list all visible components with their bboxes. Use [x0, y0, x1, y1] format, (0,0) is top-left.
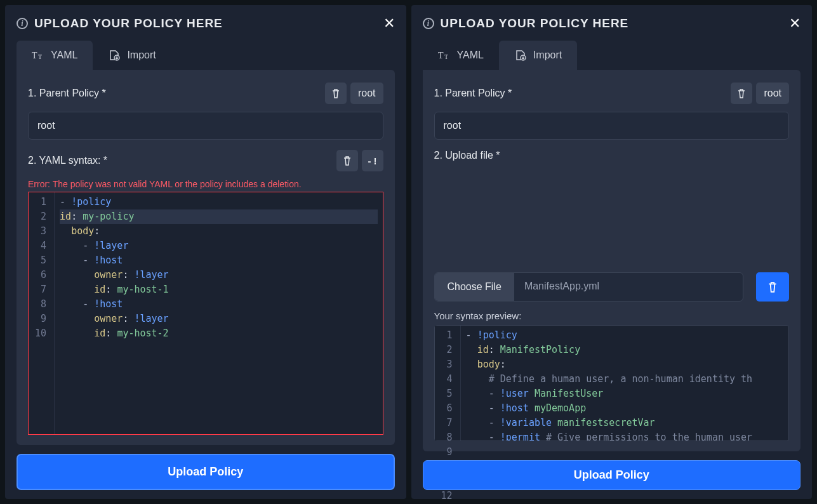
parent-policy-label: 1. Parent Policy * — [28, 88, 321, 99]
upload-file-row: Choose File ManifestApp.yml — [434, 272, 790, 302]
tab-content: 1. Parent Policy * root 2. YAML syntax: … — [17, 70, 395, 445]
svg-text:T: T — [444, 53, 448, 60]
root-button[interactable]: root — [350, 83, 383, 104]
svg-text:T: T — [38, 53, 42, 60]
code-area[interactable]: - !policyid: my-policy body: - !layer - … — [55, 192, 382, 434]
tab-label: YAML — [457, 50, 484, 61]
tab-yaml[interactable]: TT YAML — [17, 41, 93, 70]
trash-icon — [343, 156, 352, 166]
parent-policy-input[interactable] — [434, 112, 790, 140]
syntax-warning-button[interactable]: - ! — [362, 150, 383, 171]
info-icon[interactable]: i — [423, 18, 434, 29]
code-area[interactable]: - !policy id: ManifestPolicy body: # Def… — [461, 326, 788, 441]
parent-policy-row: 1. Parent Policy * root — [434, 83, 790, 104]
line-gutter: 123456789101112 — [435, 326, 461, 441]
dialog-title: UPLOAD YOUR POLICY HERE — [34, 17, 377, 30]
close-icon[interactable]: ✕ — [383, 17, 395, 30]
syntax-preview[interactable]: 123456789101112 - !policy id: ManifestPo… — [434, 325, 790, 441]
trash-icon — [331, 89, 340, 98]
tab-yaml[interactable]: TT YAML — [423, 41, 499, 70]
chosen-file-name: ManifestApp.yml — [514, 273, 743, 301]
upload-policy-button[interactable]: Upload Policy — [17, 454, 395, 490]
root-button[interactable]: root — [756, 83, 789, 104]
tab-label: Import — [127, 50, 156, 61]
tab-label: YAML — [51, 50, 77, 61]
upload-file-label: 2. Upload file * — [434, 150, 790, 265]
choose-file-button[interactable]: Choose File — [435, 273, 514, 301]
file-chooser: Choose File ManifestApp.yml — [434, 272, 744, 302]
header: i UPLOAD YOUR POLICY HERE ✕ — [423, 17, 801, 30]
error-message: Error: The policy was not valid YAML or … — [28, 179, 383, 189]
import-icon — [514, 50, 527, 61]
tab-content: 1. Parent Policy * root 2. Upload file *… — [423, 70, 801, 451]
upload-policy-button[interactable]: Upload Policy — [423, 460, 801, 490]
clear-editor-button[interactable] — [336, 150, 358, 171]
parent-policy-label: 1. Parent Policy * — [434, 88, 727, 99]
line-gutter: 12345678910 — [29, 192, 55, 434]
info-icon[interactable]: i — [17, 18, 28, 29]
parent-policy-row: 1. Parent Policy * root — [28, 83, 383, 104]
warning-icon: - ! — [368, 156, 376, 166]
close-icon[interactable]: ✕ — [789, 17, 800, 30]
dialog-title: UPLOAD YOUR POLICY HERE — [441, 17, 783, 30]
tabs: TT YAML Import — [17, 41, 395, 70]
parent-policy-input[interactable] — [28, 112, 383, 140]
text-format-icon: TT — [438, 50, 451, 60]
delete-parent-button[interactable] — [325, 83, 347, 104]
yaml-syntax-label: 2. YAML syntax: * — [28, 155, 333, 166]
trash-icon — [737, 89, 746, 98]
import-icon — [108, 50, 121, 61]
panel-yaml: i UPLOAD YOUR POLICY HERE ✕ TT YAML Impo… — [5, 5, 406, 499]
text-format-icon: TT — [32, 50, 44, 60]
delete-parent-button[interactable] — [731, 83, 752, 104]
tab-label: Import — [533, 50, 562, 61]
panel-import: i UPLOAD YOUR POLICY HERE ✕ TT YAML Impo… — [411, 5, 813, 499]
yaml-syntax-row: 2. YAML syntax: * - ! — [28, 150, 383, 171]
yaml-editor[interactable]: 12345678910 - !policyid: my-policy body:… — [28, 192, 383, 435]
trash-icon — [767, 282, 778, 293]
svg-text:T: T — [32, 51, 37, 60]
tab-import[interactable]: Import — [93, 41, 171, 70]
syntax-preview-label: Your syntax preview: — [434, 310, 790, 321]
delete-file-button[interactable] — [756, 272, 789, 302]
svg-text:T: T — [438, 51, 444, 60]
tab-import[interactable]: Import — [499, 41, 577, 70]
header: i UPLOAD YOUR POLICY HERE ✕ — [17, 17, 395, 30]
tabs: TT YAML Import — [423, 41, 801, 70]
